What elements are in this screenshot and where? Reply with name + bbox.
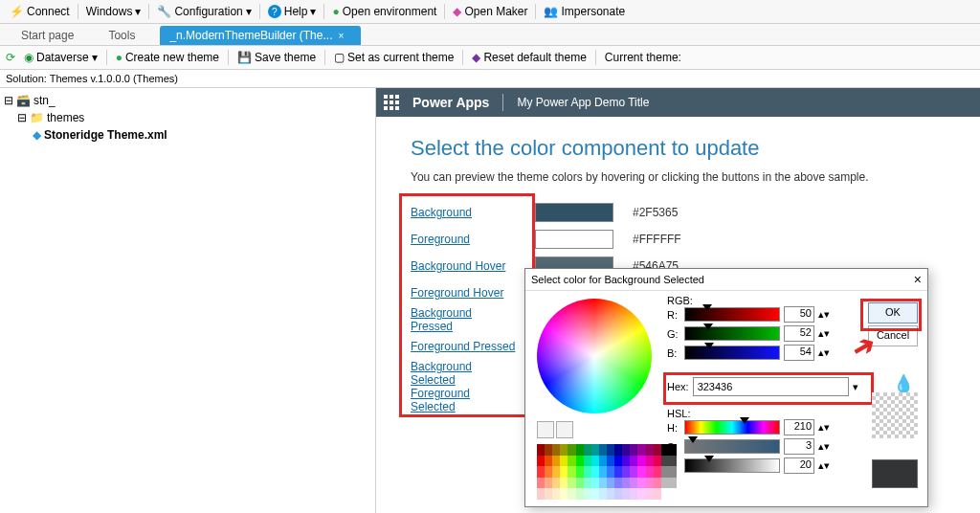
tab-theme-builder[interactable]: _n.ModernThemeBuilder (The...× xyxy=(160,26,361,45)
brand-label: Power Apps xyxy=(412,95,489,110)
save-theme-button[interactable]: 💾Save theme xyxy=(233,51,321,64)
spinner-icon[interactable]: ▴▾ xyxy=(818,346,830,359)
app-banner: Power Apps My Power App Demo Title xyxy=(376,88,980,117)
document-tabs: Start page Tools _n.ModernThemeBuilder (… xyxy=(0,24,980,46)
hex-label: #2F5365 xyxy=(633,206,678,219)
link-bg-selected[interactable]: Background Selected xyxy=(411,360,472,387)
dataverse-menu[interactable]: ◉Dataverse▾ xyxy=(19,51,102,64)
folder-icon: 📁 xyxy=(30,109,44,126)
secondary-toolbar: ⟳ ◉Dataverse▾ ●Create new theme 💾Save th… xyxy=(0,46,980,70)
set-current-button[interactable]: ▢Set as current theme xyxy=(329,51,458,64)
spinner-g[interactable]: 52 xyxy=(784,325,814,342)
cancel-button[interactable]: Cancel xyxy=(868,325,918,346)
link-bg-hover[interactable]: Background Hover xyxy=(411,259,505,273)
wrench-icon: 🔧 xyxy=(157,5,171,18)
current-theme-label: Current theme: xyxy=(600,51,686,64)
tab-tools[interactable]: Tools xyxy=(99,26,145,45)
link-fg-hover[interactable]: Foreground Hover xyxy=(411,286,503,300)
ok-button[interactable]: OK xyxy=(868,302,918,323)
link-fg-pressed[interactable]: Foreground Pressed xyxy=(411,340,515,353)
configuration-menu[interactable]: 🔧Configuration▾ xyxy=(151,0,256,23)
close-icon[interactable]: × xyxy=(914,273,922,286)
globe-icon: ● xyxy=(332,5,339,18)
spinner-h[interactable]: 210 xyxy=(784,419,814,435)
label-b: B: xyxy=(667,347,680,359)
color-wheel[interactable] xyxy=(537,299,652,413)
minus-icon: ⊟ xyxy=(17,109,27,126)
swatch-foreground[interactable] xyxy=(535,230,613,249)
slider-s[interactable] xyxy=(684,439,780,454)
spinner-b[interactable]: 54 xyxy=(784,345,814,361)
tab-start[interactable]: Start page xyxy=(11,26,83,45)
spinner-icon[interactable]: ▴▾ xyxy=(818,327,830,340)
hex-label: #FFFFFF xyxy=(633,233,681,246)
connect-menu[interactable]: ⚡Connect xyxy=(4,0,76,23)
label-r: R: xyxy=(667,309,680,321)
rgb-label: RGB: xyxy=(667,295,830,306)
checkerboard xyxy=(872,392,918,438)
spinner-r[interactable]: 50 xyxy=(784,306,814,323)
tree-sidebar: ⊟🗃️stn_ ⊟📁themes ◆Stoneridge Theme.xml xyxy=(0,88,376,513)
file-icon: ◆ xyxy=(33,126,41,144)
reset-theme-button[interactable]: ◆Reset default theme xyxy=(467,51,590,64)
page-subtitle: You can preview the theme colors by hove… xyxy=(411,170,961,184)
refresh-icon[interactable]: ⟳ xyxy=(6,51,15,64)
dialog-title: Select color for Background Selected xyxy=(531,274,704,285)
open-maker-button[interactable]: ◆Open Maker xyxy=(447,0,533,23)
color-picker-dialog: Select color for Background Selected × R… xyxy=(524,268,928,507)
chevron-down-icon: ▾ xyxy=(310,5,316,18)
color-palette[interactable] xyxy=(537,444,677,500)
windows-menu[interactable]: Windows▾ xyxy=(80,0,147,23)
palette-mode-icon[interactable] xyxy=(556,421,573,438)
db-icon: 🗃️ xyxy=(16,92,31,109)
spinner-icon[interactable]: ▴▾ xyxy=(818,459,830,472)
link-foreground[interactable]: Foreground xyxy=(411,233,470,246)
link-bg-pressed[interactable]: Background Pressed xyxy=(411,306,472,333)
bolt-icon: ⚡ xyxy=(10,5,24,18)
hex-input[interactable] xyxy=(693,377,849,396)
chevron-down-icon: ▾ xyxy=(246,5,252,18)
create-theme-button[interactable]: ●Create new theme xyxy=(111,51,224,64)
waffle-icon[interactable] xyxy=(384,95,399,110)
app-title: My Power App Demo Title xyxy=(517,96,649,109)
slider-b[interactable] xyxy=(684,346,780,360)
open-environment-button[interactable]: ●Open environment xyxy=(326,0,442,23)
swatch-background[interactable] xyxy=(535,203,613,222)
help-icon: ? xyxy=(268,5,281,18)
hex-label: Hex: xyxy=(667,381,689,392)
solution-label: Solution: Themes v.1.0.0.0 (Themes) xyxy=(0,70,980,88)
spinner-icon[interactable]: ▴▾ xyxy=(818,421,830,434)
diamond-icon: ◆ xyxy=(453,5,461,18)
slider-r[interactable] xyxy=(684,307,780,322)
plus-icon: ● xyxy=(116,51,122,64)
dropdown-icon[interactable]: ▾ xyxy=(853,381,858,393)
spinner-icon[interactable]: ▴▾ xyxy=(818,440,830,453)
page-title: Select the color component to update xyxy=(411,136,961,161)
checkbox-icon: ▢ xyxy=(334,51,345,64)
link-background[interactable]: Background xyxy=(411,206,472,219)
slider-g[interactable] xyxy=(684,326,780,341)
spinner-icon[interactable]: ▴▾ xyxy=(818,308,830,321)
close-icon[interactable]: × xyxy=(338,31,344,41)
help-menu[interactable]: ?Help▾ xyxy=(262,0,323,23)
current-swatch xyxy=(872,459,918,488)
people-icon: 👥 xyxy=(544,5,558,18)
palette-mode-icon[interactable] xyxy=(537,421,554,438)
main-toolbar: ⚡Connect Windows▾ 🔧Configuration▾ ?Help▾… xyxy=(0,0,980,24)
save-icon: 💾 xyxy=(237,51,252,64)
spinner-s[interactable]: 3 xyxy=(784,438,814,455)
tree-folder[interactable]: ⊟📁themes xyxy=(4,109,371,126)
tree-file[interactable]: ◆Stoneridge Theme.xml xyxy=(4,126,371,144)
slider-l[interactable] xyxy=(684,458,780,473)
link-fg-selected[interactable]: Foreground Selected xyxy=(411,387,470,413)
label-h: H: xyxy=(667,422,680,434)
reset-icon: ◆ xyxy=(472,51,480,64)
chevron-down-icon: ▾ xyxy=(135,5,141,18)
label-g: G: xyxy=(667,328,680,340)
slider-h[interactable] xyxy=(684,420,780,435)
eyedropper-icon[interactable]: 💧 xyxy=(893,373,914,394)
chevron-down-icon: ▾ xyxy=(92,51,98,64)
spinner-l[interactable]: 20 xyxy=(784,457,814,474)
tree-root[interactable]: ⊟🗃️stn_ xyxy=(4,92,371,109)
impersonate-button[interactable]: 👥Impersonate xyxy=(538,0,631,23)
